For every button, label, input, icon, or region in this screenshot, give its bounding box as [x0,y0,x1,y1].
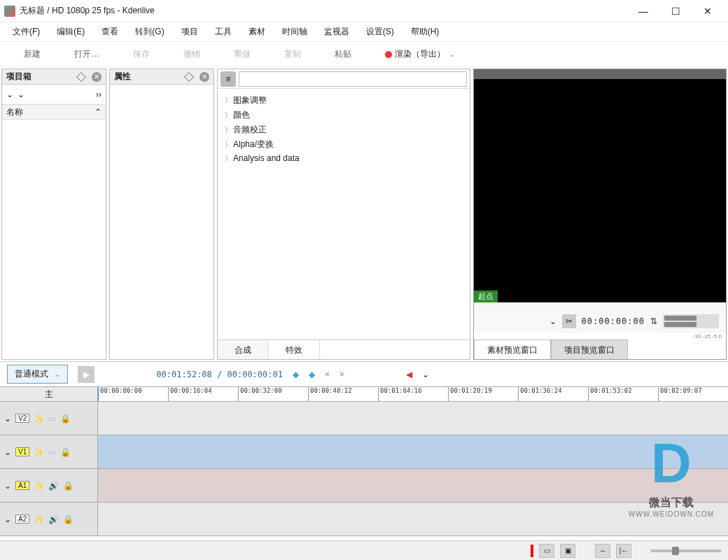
thumb-icon[interactable]: ▣ [560,544,575,558]
marker-in-icon[interactable]: ◆ [293,370,299,379]
menu-bar: 文件(F) 编辑(E) 查看 转到(G) 项目 工具 素材 时间轴 监视器 设置… [0,22,728,42]
audio-icon[interactable]: 🔊 [48,481,59,491]
close-icon[interactable]: ✕ [200,72,209,82]
effect-category[interactable]: 音频校正 [218,122,470,137]
lock-icon[interactable]: 🔒 [63,514,74,524]
zoom-slider[interactable] [651,550,721,552]
delete-marker-icon[interactable]: × [340,370,344,379]
watermark: D 微当下载 WWW.WEIDOWN.COM [629,431,714,518]
list-icon[interactable]: ≡ [220,71,236,87]
record-icon [385,51,392,58]
open-button[interactable]: 打开… [57,44,116,64]
mute-icon[interactable]: ▭ [48,447,56,457]
effect-category[interactable]: 颜色 [218,108,470,122]
menu-tools[interactable]: 工具 [206,23,240,41]
render-button[interactable]: 渲染（导出）⌄ [368,44,472,64]
chevron-down-icon[interactable]: ⌄ [550,316,556,326]
lock-icon[interactable]: 🔒 [60,414,71,424]
effect-category[interactable]: Analysis and data [218,152,470,165]
zoom-in-icon[interactable]: |← [616,544,631,558]
menu-project[interactable]: 项目 [173,23,206,41]
marker-out-icon[interactable]: ◆ [309,370,315,379]
ruler-tick: 00:00:48:12 [308,387,378,401]
save-button[interactable]: 保存 [116,44,167,64]
effect-category[interactable]: 图象调整 [218,93,470,108]
meter-scale: -30 -15 -5 0 [474,333,726,340]
track-a1[interactable]: ⌄A1✨🔊🔒 [0,469,728,503]
track-v1[interactable]: ⌄V1✨▭🔒 [0,435,728,469]
effect-tree: 图象调整 颜色 音频校正 Alpha/变换 Analysis and data [218,89,470,340]
timeline-timecode[interactable]: 00:01:52:08 / 00:00:00:01 [156,370,283,379]
name-column[interactable]: 名称 [6,106,94,118]
tab-project-monitor[interactable]: 项目预览窗口 [551,340,628,359]
crop-icon[interactable]: ✂ [562,314,576,328]
undock-icon[interactable] [184,71,194,81]
close-icon[interactable]: ✕ [92,72,102,82]
monitor-view[interactable]: 起点 [474,69,726,302]
mute-icon[interactable]: ▭ [48,414,56,424]
effect-search-input[interactable] [239,71,467,87]
paste-button[interactable]: 粘贴 [318,44,368,64]
audio-meter [663,314,719,328]
menu-goto[interactable]: 转到(G) [127,23,172,41]
fx-icon[interactable]: ✨ [34,481,44,491]
ruler-tick: 00:02:09:07 [658,387,728,401]
menu-help[interactable]: 帮助(H) [402,23,448,41]
undock-icon[interactable] [76,71,86,81]
chevron-down-icon: ⌄ [449,50,455,58]
more-icon[interactable]: ›› [96,90,102,99]
tab-compositions[interactable]: 合成 [218,340,269,359]
minimize-button[interactable]: — [627,1,659,22]
fx-icon[interactable]: ✨ [34,514,44,524]
track-label: A2 [15,514,29,524]
ruler-tick: 00:01:53:02 [588,387,658,401]
chevron-down-icon[interactable]: ⌄ [422,370,429,379]
chevron-down-icon[interactable]: ⌄ [6,90,13,99]
timeline-ruler[interactable]: 00:00:00:00 00:00:16:04 00:00:32:08 00:0… [98,387,728,401]
zoom-fit-icon[interactable]: ↔ [595,544,610,558]
chevron-down-icon[interactable]: ⌄ [18,90,24,99]
snap-icon[interactable]: ▭ [539,544,554,558]
menu-file[interactable]: 文件(F) [4,23,48,41]
lock-icon[interactable]: 🔒 [63,481,74,491]
track-label: V1 [15,447,29,456]
undo-button[interactable]: 撤销 [167,44,217,64]
title-bar: 无标题 / HD 1080p 25 fps - Kdenlive — ☐ ✕ [0,0,728,22]
effect-category[interactable]: Alpha/变换 [218,137,470,152]
maximize-button[interactable]: ☐ [659,1,692,22]
play-icon[interactable]: ▶ [78,366,94,383]
fx-icon[interactable]: ✨ [34,414,44,424]
ruler-tick: 00:01:20:19 [448,387,518,401]
edit-mode-button[interactable]: 普通模式 ⌄ [7,365,68,384]
close-button[interactable]: ✕ [692,1,724,22]
audio-icon[interactable]: 🔊 [48,514,59,524]
menu-timeline[interactable]: 时间轴 [274,23,316,41]
stepper-icon[interactable]: ⇅ [650,316,657,326]
master-track-label[interactable]: 主 [0,387,98,401]
ruler-tick: 00:00:32:08 [238,387,308,401]
menu-edit[interactable]: 编辑(E) [48,23,93,41]
ruler-tick: 00:00:00:00 [98,387,168,401]
color-indicator[interactable] [531,545,533,557]
copy-button[interactable]: 复制 [267,44,318,64]
menu-monitor[interactable]: 监视器 [316,23,358,41]
fx-icon[interactable]: ✨ [34,447,44,457]
in-point-label: 起点 [474,290,498,302]
menu-settings[interactable]: 设置(S) [358,23,402,41]
flag-icon[interactable]: ◀ [406,370,412,379]
tab-effects[interactable]: 特效 [269,340,320,359]
redo-button[interactable]: 重做 [217,44,267,64]
tab-clip-monitor[interactable]: 素材预览窗口 [474,340,551,359]
menu-clip[interactable]: 素材 [240,23,274,41]
delete-marker-icon[interactable]: × [325,370,330,379]
new-button[interactable]: 新建 [7,44,57,64]
track-a2[interactable]: ⌄A2✨🔊🔒 [0,503,728,536]
sort-icon[interactable]: ⌃ [94,107,102,117]
menu-view[interactable]: 查看 [93,23,127,41]
track-v2[interactable]: ⌄V2✨▭🔒 [0,402,728,435]
lock-icon[interactable]: 🔒 [60,447,71,457]
props-title: 属性 [114,71,186,83]
props-header: 属性 ✕ [110,69,214,85]
monitor-timecode[interactable]: 00:00:00:00 [582,316,645,326]
render-label: 渲染（导出） [395,49,445,59]
